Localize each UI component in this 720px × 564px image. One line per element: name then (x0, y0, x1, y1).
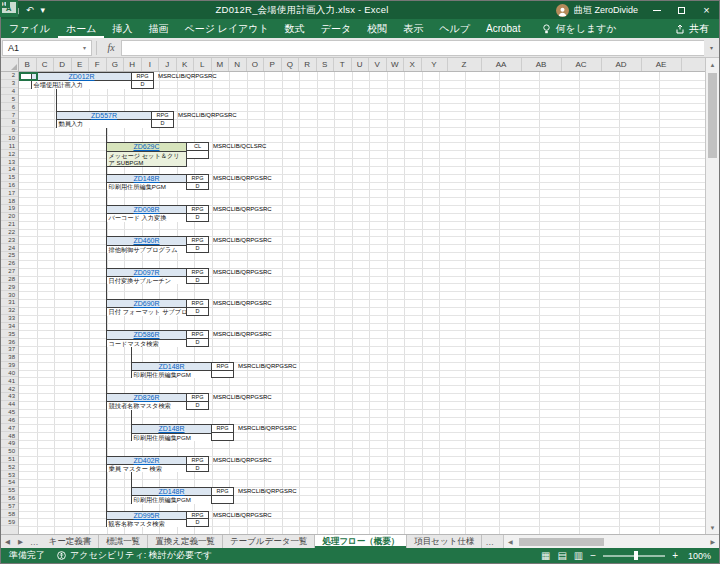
row-header-16[interactable]: 16 (1, 182, 18, 190)
column-header-D[interactable]: D (54, 58, 72, 71)
row-header-18[interactable]: 18 (1, 197, 18, 205)
vertical-scroll-thumb[interactable] (708, 73, 717, 158)
program-link-ZD012R[interactable]: ZD012R (68, 73, 94, 80)
row-header-15[interactable]: 15 (1, 174, 18, 182)
column-header-L[interactable]: L (194, 58, 212, 71)
program-link-ZD148R[interactable]: ZD148R (158, 363, 184, 370)
row-header-33[interactable]: 33 (1, 315, 18, 323)
column-header-AA[interactable]: AA (482, 58, 522, 71)
grid-canvas[interactable]: ZD012R会場使用計画入力RPGDMSRCLIB/QRPGSRCZD557R動… (19, 72, 705, 534)
row-header-31[interactable]: 31 (1, 299, 18, 307)
row-header-40[interactable]: 40 (1, 369, 18, 377)
formula-input[interactable] (121, 40, 704, 56)
ribbon-tab-Acrobat[interactable]: Acrobat (478, 19, 528, 38)
scroll-up-icon[interactable]: ▲ (706, 58, 719, 71)
row-header-38[interactable]: 38 (1, 354, 18, 362)
page-break-view-icon[interactable]: ▥ (574, 551, 583, 561)
row-header-2[interactable]: 2 (1, 72, 18, 80)
ribbon-tab-描画[interactable]: 描画 (140, 19, 176, 38)
tell-me-box[interactable]: 何をしますか (542, 19, 616, 38)
zoom-slider[interactable] (603, 555, 665, 557)
row-header-5[interactable]: 5 (1, 95, 18, 103)
column-header-U[interactable]: U (352, 58, 370, 71)
minimize-icon[interactable] (644, 1, 669, 19)
row-header-9[interactable]: 9 (1, 127, 18, 135)
ribbon-tab-ホーム[interactable]: ホーム (58, 19, 104, 38)
column-header-T[interactable]: T (334, 58, 352, 71)
scroll-right-icon[interactable]: ▶ (706, 538, 719, 545)
column-header-R[interactable]: R (299, 58, 317, 71)
scroll-left-icon[interactable]: ◀ (504, 538, 517, 545)
row-header-34[interactable]: 34 (1, 323, 18, 331)
column-header-F[interactable]: F (89, 58, 107, 71)
column-header-AB[interactable]: AB (522, 58, 562, 71)
vertical-scroll-track[interactable] (706, 71, 719, 521)
row-header-50[interactable]: 50 (1, 448, 18, 456)
row-header-29[interactable]: 29 (1, 283, 18, 291)
ribbon-tab-ファイル[interactable]: ファイル (1, 19, 58, 38)
zoom-slider-thumb[interactable] (634, 551, 638, 560)
sheet-tab-置換え定義一覧[interactable]: 置換え定義一覧 (148, 535, 223, 548)
share-button[interactable]: 共有 (665, 19, 719, 38)
row-header-49[interactable]: 49 (1, 440, 18, 448)
row-header-26[interactable]: 26 (1, 260, 18, 268)
qat-customize-icon[interactable]: ▾ (41, 6, 46, 15)
ribbon-tab-表示[interactable]: 表示 (395, 19, 431, 38)
horizontal-scroll-thumb[interactable] (519, 538, 604, 546)
column-header-G[interactable]: G (107, 58, 125, 71)
sheet-tab-キー定義書[interactable]: キー定義書 (42, 535, 100, 548)
row-header-13[interactable]: 13 (1, 158, 18, 166)
accessibility-status[interactable]: アクセシビリティ: 検討が必要です (57, 549, 212, 562)
row-header-4[interactable]: 4 (1, 88, 18, 96)
column-header-N[interactable]: N (229, 58, 247, 71)
column-header-X[interactable]: X (404, 58, 422, 71)
horizontal-scrollbar[interactable]: ◀ ▶ (503, 535, 719, 548)
sheet-nav-right-icon[interactable]: ▶ (14, 535, 27, 548)
row-header-30[interactable]: 30 (1, 291, 18, 299)
program-link-ZD148R[interactable]: ZD148R (158, 488, 184, 495)
normal-view-icon[interactable]: ▦ (541, 551, 550, 561)
column-header-Z[interactable]: Z (448, 58, 482, 71)
ribbon-tab-数式[interactable]: 数式 (277, 19, 313, 38)
row-header-28[interactable]: 28 (1, 276, 18, 284)
row-header-55[interactable]: 55 (1, 487, 18, 495)
column-header-AD[interactable]: AD (602, 58, 642, 71)
undo-icon[interactable]: ↶ (26, 6, 34, 15)
sheet-tab-テーブルデータ一覧[interactable]: テーブルデータ一覧 (223, 535, 316, 548)
page-layout-view-icon[interactable]: ▤ (557, 551, 566, 561)
row-header-11[interactable]: 11 (1, 142, 18, 150)
program-link-ZD690R[interactable]: ZD690R (133, 300, 159, 307)
select-all-button[interactable] (1, 58, 19, 71)
ribbon-tab-ヘルプ[interactable]: ヘルプ (431, 19, 478, 38)
program-link-ZD460R[interactable]: ZD460R (133, 237, 159, 244)
row-header-6[interactable]: 6 (1, 103, 18, 111)
column-header-K[interactable]: K (177, 58, 195, 71)
fx-icon[interactable]: fx (101, 42, 121, 53)
row-header-41[interactable]: 41 (1, 377, 18, 385)
row-header-20[interactable]: 20 (1, 213, 18, 221)
row-header-22[interactable]: 22 (1, 229, 18, 237)
sheet-overflow-right[interactable]: … (482, 535, 497, 548)
sheet-tab-処理フロー（概要）[interactable]: 処理フロー（概要） (315, 535, 407, 548)
row-header-14[interactable]: 14 (1, 166, 18, 174)
name-box-caret-icon[interactable]: ▾ (83, 44, 86, 51)
column-header-AC[interactable]: AC (562, 58, 602, 71)
horizontal-scroll-track[interactable] (517, 537, 707, 547)
row-header-45[interactable]: 45 (1, 409, 18, 417)
row-header-35[interactable]: 35 (1, 330, 18, 338)
name-box[interactable]: A1 ▾ (2, 40, 92, 56)
row-header-36[interactable]: 36 (1, 338, 18, 346)
maximize-icon[interactable] (669, 1, 694, 19)
row-header-7[interactable]: 7 (1, 111, 18, 119)
row-header-54[interactable]: 54 (1, 479, 18, 487)
column-header-M[interactable]: M (212, 58, 230, 71)
sheet-overflow-left[interactable]: … (27, 535, 42, 548)
row-header-47[interactable]: 47 (1, 424, 18, 432)
column-header-H[interactable]: H (124, 58, 142, 71)
row-header-43[interactable]: 43 (1, 393, 18, 401)
row-header-48[interactable]: 48 (1, 432, 18, 440)
row-header-56[interactable]: 56 (1, 495, 18, 503)
column-header-S[interactable]: S (317, 58, 335, 71)
row-header-57[interactable]: 57 (1, 503, 18, 511)
row-header-3[interactable]: 3 (1, 80, 18, 88)
